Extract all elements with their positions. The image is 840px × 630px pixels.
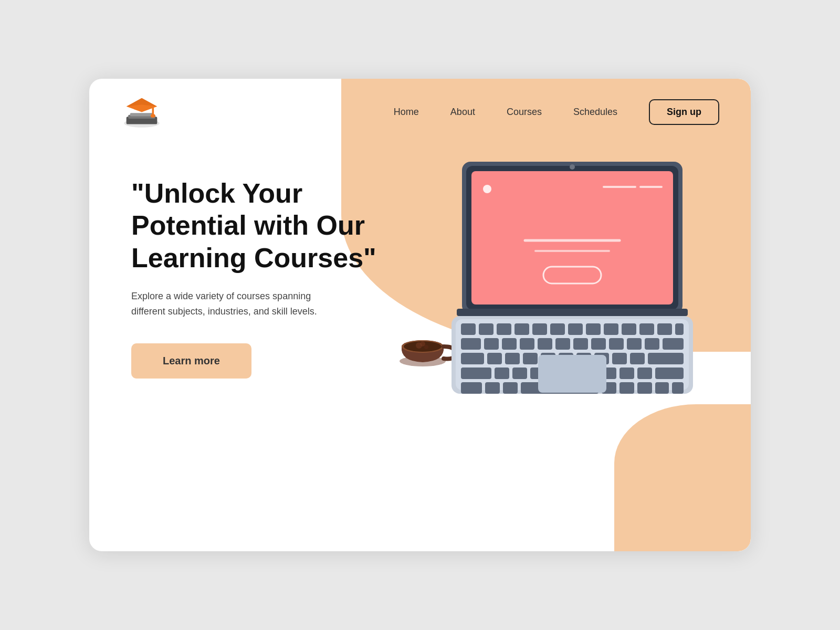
svg-point-19 (483, 185, 491, 193)
navbar: Home About Courses Schedules Sign up (89, 79, 751, 130)
svg-rect-3 (130, 113, 153, 116)
svg-rect-73 (637, 368, 652, 379)
svg-rect-49 (609, 338, 624, 350)
svg-rect-81 (637, 382, 652, 394)
svg-rect-43 (502, 338, 517, 350)
hero-illustration (425, 162, 719, 405)
svg-rect-29 (479, 323, 494, 335)
svg-rect-34 (568, 323, 583, 335)
svg-point-6 (151, 114, 155, 118)
svg-rect-74 (655, 368, 684, 379)
signup-button[interactable]: Sign up (649, 99, 719, 125)
svg-point-14 (420, 341, 425, 346)
svg-rect-50 (627, 338, 642, 350)
coffee-cup-icon (394, 314, 452, 372)
svg-rect-42 (484, 338, 499, 350)
nav-links: Home About Courses Schedules (394, 107, 617, 118)
svg-rect-25 (457, 309, 688, 316)
svg-rect-44 (520, 338, 534, 350)
svg-rect-75 (461, 382, 482, 394)
svg-rect-52 (663, 338, 684, 350)
svg-rect-51 (645, 338, 659, 350)
svg-rect-32 (532, 323, 547, 335)
svg-point-18 (570, 164, 575, 170)
logo (121, 93, 163, 130)
svg-rect-83 (672, 382, 684, 394)
svg-rect-47 (573, 338, 588, 350)
blob-bottom-right (614, 404, 751, 551)
nav-about[interactable]: About (450, 107, 475, 118)
svg-rect-31 (514, 323, 529, 335)
nav-home[interactable]: Home (394, 107, 419, 118)
svg-rect-84 (538, 355, 606, 393)
svg-rect-39 (657, 323, 672, 335)
svg-rect-40 (675, 323, 684, 335)
nav-schedules[interactable]: Schedules (573, 107, 617, 118)
learn-more-button[interactable]: Learn more (131, 343, 251, 379)
svg-rect-63 (648, 353, 684, 364)
svg-rect-45 (538, 338, 552, 350)
svg-rect-76 (485, 382, 500, 394)
svg-rect-37 (622, 323, 636, 335)
laptop-illustration (441, 151, 704, 405)
svg-rect-17 (471, 171, 673, 304)
nav-courses[interactable]: Courses (507, 107, 542, 118)
svg-rect-48 (591, 338, 606, 350)
coffee-cup (394, 314, 452, 374)
svg-rect-46 (555, 338, 570, 350)
svg-rect-54 (487, 353, 502, 364)
hero-content: "Unlock Your Potential with Our Learning… (131, 162, 404, 379)
hero-section: "Unlock Your Potential with Our Learning… (89, 130, 751, 405)
svg-rect-61 (612, 353, 627, 364)
svg-rect-56 (523, 353, 538, 364)
hero-title: "Unlock Your Potential with Our Learning… (131, 177, 404, 274)
svg-rect-38 (639, 323, 654, 335)
svg-rect-72 (620, 368, 634, 379)
svg-rect-5 (152, 107, 154, 115)
svg-rect-36 (604, 323, 618, 335)
hero-description: Explore a wide variety of courses spanni… (131, 289, 331, 319)
svg-rect-55 (505, 353, 520, 364)
svg-rect-64 (461, 368, 491, 379)
svg-rect-82 (655, 382, 669, 394)
svg-rect-65 (495, 368, 509, 379)
svg-rect-35 (586, 323, 601, 335)
svg-rect-80 (620, 382, 634, 394)
svg-rect-66 (512, 368, 527, 379)
logo-icon (121, 93, 163, 130)
svg-rect-41 (461, 338, 481, 350)
main-card: Home About Courses Schedules Sign up "Un… (89, 79, 751, 551)
svg-rect-77 (503, 382, 518, 394)
svg-rect-30 (497, 323, 511, 335)
svg-rect-53 (461, 353, 484, 364)
svg-rect-28 (461, 323, 476, 335)
laptop-svg (441, 151, 704, 403)
svg-point-13 (424, 345, 428, 349)
svg-rect-33 (550, 323, 565, 335)
svg-rect-62 (630, 353, 645, 364)
